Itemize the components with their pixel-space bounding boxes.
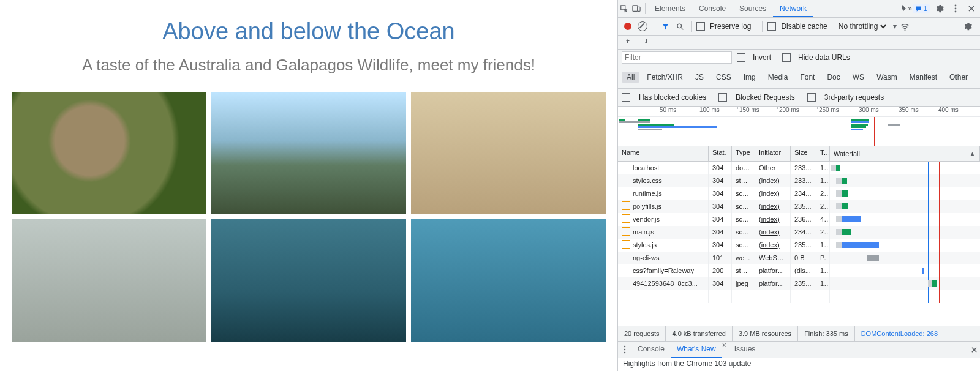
- filter-chip-wasm[interactable]: Wasm: [872, 72, 902, 83]
- filter-chip-font[interactable]: Font: [795, 72, 820, 83]
- import-har-icon[interactable]: [640, 36, 652, 48]
- filter-chip-fetchxhr[interactable]: Fetch/XHR: [642, 72, 688, 83]
- drawer-tab-close-icon[interactable]: ×: [722, 341, 728, 358]
- timeline-tick: 100 ms: [698, 107, 720, 109]
- col-waterfall[interactable]: Waterfall ▲: [830, 146, 980, 161]
- filter-chip-all[interactable]: All: [622, 72, 639, 83]
- request-row[interactable]: 49412593648_8cc3...304jpegplatform...235…: [618, 277, 980, 290]
- blocked-requests-checkbox[interactable]: [718, 93, 727, 102]
- request-initiator[interactable]: (index): [755, 239, 791, 252]
- request-status: 200: [709, 264, 732, 277]
- request-type: scri...: [732, 200, 755, 213]
- summary-transferred: 4.0 kB transferred: [666, 326, 732, 341]
- request-time: 2...: [816, 226, 830, 239]
- third-party-checkbox[interactable]: [807, 93, 816, 102]
- gallery-image[interactable]: [211, 219, 406, 342]
- filter-input[interactable]: [622, 51, 732, 64]
- request-status: 101: [709, 252, 732, 264]
- request-type: scri...: [732, 187, 755, 200]
- request-time: 1...: [816, 174, 830, 187]
- preserve-log-checkbox[interactable]: [696, 22, 705, 31]
- request-row[interactable]: localhost304doc...Other233...1...: [618, 162, 980, 174]
- request-initiator[interactable]: (index): [755, 200, 791, 213]
- filter-chip-js[interactable]: JS: [690, 72, 709, 83]
- tab-console[interactable]: Console: [692, 0, 733, 17]
- filter-chip-other[interactable]: Other: [944, 72, 973, 83]
- sort-arrow-icon: ▲: [969, 150, 976, 157]
- request-name: vendor.js: [633, 215, 660, 223]
- request-row[interactable]: styles.css304styl...(index)233...1...: [618, 174, 980, 187]
- more-tabs-icon[interactable]: »: [900, 2, 913, 15]
- request-row[interactable]: vendor.js304scri...(index)236...4...: [618, 213, 980, 226]
- filter-chip-css[interactable]: CSS: [711, 72, 736, 83]
- hide-data-urls-checkbox[interactable]: [782, 53, 791, 62]
- drawer-close-icon[interactable]: [968, 343, 980, 356]
- clear-button[interactable]: [636, 20, 649, 32]
- col-type[interactable]: Type: [732, 146, 755, 161]
- filter-chip-manifest[interactable]: Manifest: [905, 72, 942, 83]
- col-name[interactable]: Name: [618, 146, 709, 161]
- request-row[interactable]: ng-cli-ws101we...WebSoc...0 BP...: [618, 252, 980, 264]
- filter-chip-doc[interactable]: Doc: [822, 72, 845, 83]
- inspect-element-icon[interactable]: [618, 2, 630, 15]
- gallery-image[interactable]: [12, 219, 206, 342]
- request-status: 304: [709, 277, 732, 290]
- col-time[interactable]: T...: [816, 146, 830, 161]
- drawer-tab-console[interactable]: Console: [631, 341, 671, 358]
- gallery-image[interactable]: [211, 92, 406, 214]
- record-button[interactable]: [622, 20, 634, 32]
- col-status[interactable]: Stat.: [709, 146, 732, 161]
- device-toolbar-icon[interactable]: [630, 2, 643, 15]
- summary-resources: 3.9 MB resources: [733, 326, 798, 341]
- request-time: 1...: [816, 264, 830, 277]
- gallery-image[interactable]: [411, 92, 606, 214]
- drawer-content: Highlights from the Chrome 103 update: [618, 358, 980, 371]
- request-initiator[interactable]: (index): [755, 213, 791, 226]
- search-icon[interactable]: [674, 20, 686, 32]
- settings-icon[interactable]: [933, 2, 946, 15]
- drawer-tab-whatsnew[interactable]: What's New: [671, 341, 722, 358]
- invert-checkbox[interactable]: [737, 53, 745, 62]
- disable-cache-checkbox[interactable]: [767, 22, 776, 31]
- request-row[interactable]: runtime.js304scri...(index)234...2...: [618, 187, 980, 200]
- gallery-image[interactable]: [411, 219, 606, 342]
- kebab-menu-icon[interactable]: [949, 2, 962, 15]
- request-initiator[interactable]: platform...: [755, 277, 791, 290]
- tab-sources[interactable]: Sources: [733, 0, 773, 17]
- issues-badge[interactable]: 1: [913, 4, 930, 13]
- network-settings-icon[interactable]: [962, 20, 974, 32]
- throttling-select[interactable]: No throttling: [836, 21, 888, 31]
- drawer-tab-issues[interactable]: Issues: [728, 341, 762, 358]
- close-devtools-icon[interactable]: [965, 2, 978, 15]
- filter-chip-img[interactable]: Img: [739, 72, 761, 83]
- request-row[interactable]: styles.js304scri...(index)235...1...: [618, 239, 980, 252]
- blocked-cookies-checkbox[interactable]: [622, 93, 630, 102]
- disable-cache-label: Disable cache: [781, 22, 827, 31]
- issues-count: 1: [924, 5, 927, 12]
- filter-chip-media[interactable]: Media: [763, 72, 793, 83]
- filter-chip-ws[interactable]: WS: [848, 72, 869, 83]
- col-size[interactable]: Size: [791, 146, 816, 161]
- tab-elements[interactable]: Elements: [648, 0, 692, 17]
- request-row[interactable]: css?family=Raleway200styl...platform...(…: [618, 264, 980, 277]
- filter-toggle-icon[interactable]: [659, 20, 671, 32]
- request-row[interactable]: main.js304scri...(index)234...2...: [618, 226, 980, 239]
- export-har-icon[interactable]: [622, 36, 634, 48]
- drawer-menu-icon[interactable]: [618, 343, 631, 356]
- request-row[interactable]: polyfills.js304scri...(index)235...2...: [618, 200, 980, 213]
- network-conditions-icon[interactable]: [899, 20, 911, 32]
- request-initiator[interactable]: (index): [755, 174, 791, 187]
- file-type-icon: [622, 214, 630, 223]
- gallery-image[interactable]: [12, 92, 206, 214]
- request-status: 304: [709, 213, 732, 226]
- file-type-icon: [622, 253, 630, 261]
- request-initiator[interactable]: (index): [755, 187, 791, 200]
- col-initiator[interactable]: Initiator: [755, 146, 791, 161]
- timeline-overview[interactable]: 50 ms100 ms150 ms200 ms250 ms300 ms350 m…: [618, 107, 980, 146]
- svg-point-6: [905, 29, 906, 31]
- request-initiator[interactable]: platform...: [755, 264, 791, 277]
- request-initiator[interactable]: (index): [755, 226, 791, 239]
- request-type: jpeg: [732, 277, 755, 290]
- request-initiator[interactable]: WebSoc...: [755, 252, 791, 264]
- tab-network[interactable]: Network: [773, 0, 813, 17]
